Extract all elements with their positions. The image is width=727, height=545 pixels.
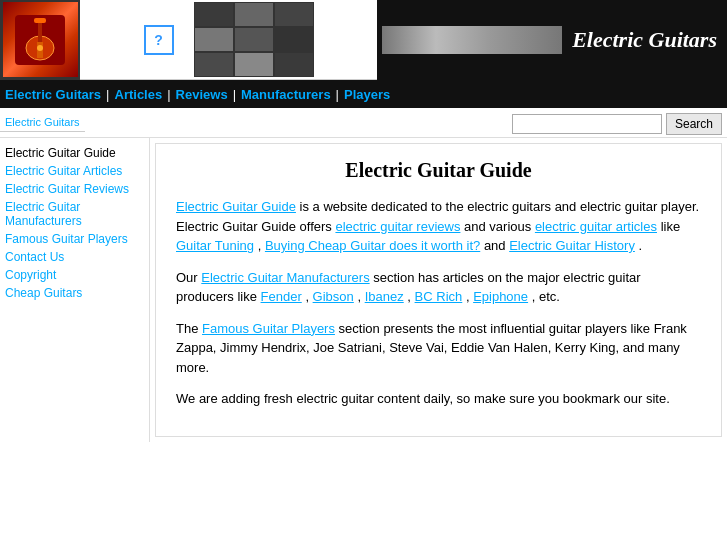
p1-text5: and <box>484 238 509 253</box>
nav-sep-2: | <box>167 87 170 102</box>
link-fender[interactable]: Fender <box>261 289 302 304</box>
search-input[interactable] <box>512 114 662 134</box>
logo-image <box>3 2 78 77</box>
link-guitar-history[interactable]: Electric Guitar History <box>509 238 635 253</box>
link-ibanez[interactable]: Ibanez <box>365 289 404 304</box>
p1-text3: like <box>661 219 681 234</box>
paragraph-3: The Famous Guitar Players section presen… <box>176 319 701 378</box>
nav-reviews[interactable]: Reviews <box>176 87 228 102</box>
main-layout: Electric Guitar Guide Electric Guitar Ar… <box>0 138 727 442</box>
sidebar-item-articles[interactable]: Electric Guitar Articles <box>5 164 144 178</box>
nav-players[interactable]: Players <box>344 87 390 102</box>
sidebar-item-manufacturers[interactable]: Electric Guitar Manufacturers <box>5 200 144 228</box>
sidebar-item-copyright[interactable]: Copyright <box>5 268 144 282</box>
nav-articles[interactable]: Articles <box>115 87 163 102</box>
nav-guitar-image <box>382 26 562 54</box>
link-epiphone[interactable]: Epiphone <box>473 289 528 304</box>
search-bar: Search <box>512 108 727 137</box>
link-famous-players[interactable]: Famous Guitar Players <box>202 321 335 336</box>
p2-text5: , <box>407 289 414 304</box>
sidebar-item-players[interactable]: Famous Guitar Players <box>5 232 144 246</box>
site-title: Electric Guitars <box>572 27 717 53</box>
link-electric-guitar-reviews[interactable]: electric guitar reviews <box>335 219 460 234</box>
nav-manufacturers[interactable]: Manufacturers <box>241 87 331 102</box>
nav-electric-guitars[interactable]: Electric Guitars <box>5 87 101 102</box>
guitar-logo-svg <box>10 10 70 70</box>
content-title: Electric Guitar Guide <box>176 159 701 182</box>
p2-text4: , <box>357 289 364 304</box>
link-electric-guitar-articles[interactable]: electric guitar articles <box>535 219 657 234</box>
sidebar-item-contact[interactable]: Contact Us <box>5 250 144 264</box>
link-gibson[interactable]: Gibson <box>313 289 354 304</box>
p1-text2: and various <box>464 219 535 234</box>
p4-text: We are adding fresh electric guitar cont… <box>176 391 670 406</box>
p2-text3: , <box>305 289 312 304</box>
p2-text1: Our <box>176 270 201 285</box>
p3-text1: The <box>176 321 202 336</box>
header-right: Electric Guitars <box>377 0 727 80</box>
p2-text7: , etc. <box>532 289 560 304</box>
content-area: Electric Guitar Guide Electric Guitar Gu… <box>155 143 722 437</box>
sidebar-item-cheap-guitars[interactable]: Cheap Guitars <box>5 286 144 300</box>
breadcrumb-link[interactable]: Electric Guitars <box>5 116 80 128</box>
header-logo-left <box>0 0 80 80</box>
search-button[interactable]: Search <box>666 113 722 135</box>
sidebar-title: Electric Guitar Guide <box>5 146 144 160</box>
nav-sep-1: | <box>106 87 109 102</box>
link-buying-cheap-guitar[interactable]: Buying Cheap Guitar does it worth it? <box>265 238 480 253</box>
header-center: ? <box>80 2 377 77</box>
paragraph-4: We are adding fresh electric guitar cont… <box>176 389 701 409</box>
sidebar-item-reviews[interactable]: Electric Guitar Reviews <box>5 182 144 196</box>
breadcrumb: Electric Guitars <box>0 113 85 132</box>
paragraph-2: Our Electric Guitar Manufacturers sectio… <box>176 268 701 307</box>
breadcrumb-search-row: Electric Guitars Search <box>0 108 727 138</box>
navbar: Electric Guitars | Articles | Reviews | … <box>0 80 727 108</box>
link-bc-rich[interactable]: BC Rich <box>415 289 463 304</box>
sidebar: Electric Guitar Guide Electric Guitar Ar… <box>0 138 150 442</box>
link-guitar-manufacturers[interactable]: Electric Guitar Manufacturers <box>201 270 369 285</box>
header: ? Electric Guitars <box>0 0 727 80</box>
nav-sep-4: | <box>336 87 339 102</box>
link-electric-guitar-guide[interactable]: Electric Guitar Guide <box>176 199 296 214</box>
p1-text4: , <box>258 238 265 253</box>
paragraph-1: Electric Guitar Guide is a website dedic… <box>176 197 701 256</box>
small-icon: ? <box>144 25 174 55</box>
nav-sep-3: | <box>233 87 236 102</box>
svg-rect-3 <box>34 18 46 23</box>
p1-text6: . <box>639 238 643 253</box>
guitar-mosaic-image <box>194 2 314 77</box>
link-guitar-tuning[interactable]: Guitar Tuning <box>176 238 254 253</box>
